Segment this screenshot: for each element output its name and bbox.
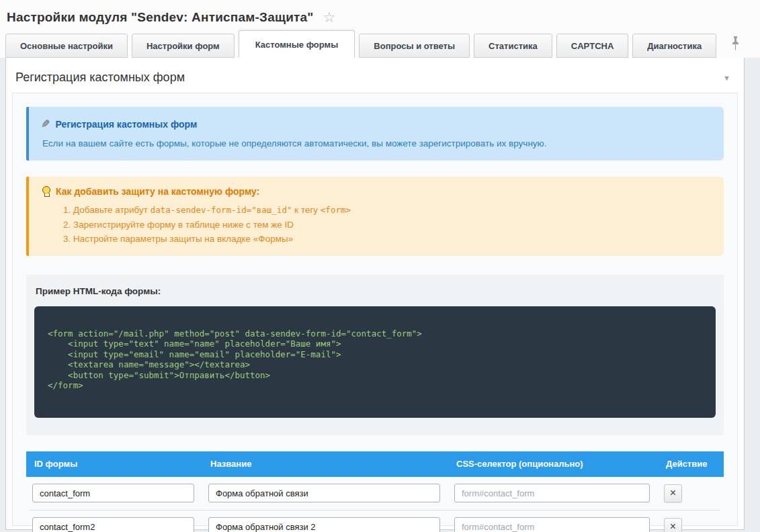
tip-step-3: Настройте параметры защиты на вкладке «Ф… — [73, 232, 710, 247]
tip-steps-list: Добавьте атрибут data-sendev-form-id="ва… — [42, 203, 710, 247]
section-header: Регистрация кастомных форм ▼ — [6, 58, 744, 93]
table-row: × — [26, 477, 724, 510]
form-name-input[interactable] — [208, 517, 440, 532]
code-block: <form action="/mail.php" method="post" d… — [34, 306, 716, 418]
css-selector-input[interactable] — [454, 484, 650, 502]
tab-faq[interactable]: Вопросы и ответы — [359, 34, 470, 58]
form-id-input[interactable] — [32, 517, 194, 532]
section-title: Регистрация кастомных форм — [15, 71, 185, 85]
column-header-action: Действие — [658, 459, 724, 469]
example-label: Пример HTML-кода формы: — [34, 286, 716, 296]
form-name-input[interactable] — [208, 484, 440, 502]
favorite-star-icon[interactable]: ☆ — [323, 10, 336, 24]
tab-form-settings[interactable]: Настройки форм — [132, 34, 235, 58]
example-section: Пример HTML-кода формы: <form action="/m… — [26, 275, 724, 435]
page-header: Настройки модуля "Sendev: Антиспам-Защит… — [0, 0, 760, 58]
tab-bar: Основные настройки Настройки форм Кастом… — [0, 30, 760, 58]
column-header-form-id: ID формы — [26, 459, 202, 469]
settings-panel: ✎ Регистрация кастомных форм Если на ваш… — [12, 93, 738, 526]
css-selector-input[interactable] — [454, 517, 650, 532]
tab-custom-forms[interactable]: Кастомные формы — [239, 30, 355, 58]
tab-captcha[interactable]: CAPTCHA — [556, 34, 629, 58]
delete-row-button[interactable]: × — [664, 518, 682, 532]
pin-icon[interactable] — [731, 36, 740, 54]
pencil-icon: ✎ — [41, 118, 50, 130]
inline-code: data-sendev-form-id="ваш_id" — [151, 205, 292, 215]
tab-main-settings[interactable]: Основные настройки — [5, 34, 128, 58]
tab-content-panel: Регистрация кастомных форм ▼ ✎ Регистрац… — [5, 57, 745, 530]
tab-statistics[interactable]: Статистика — [474, 34, 552, 58]
tip-box: Как добавить защиту на кастомную форму: … — [26, 177, 724, 256]
tip-step-2: Зарегистрируйте форму в таблице ниже с т… — [73, 218, 710, 232]
column-header-name: Название — [202, 459, 448, 469]
info-box-title: ✎ Регистрация кастомных форм — [42, 118, 710, 130]
tab-diagnostics[interactable]: Диагностика — [632, 34, 716, 58]
lightbulb-icon — [42, 186, 50, 197]
collapse-arrow-icon[interactable]: ▼ — [723, 74, 734, 82]
tip-step-1: Добавьте атрибут data-sendev-form-id="ва… — [73, 203, 710, 218]
info-box: ✎ Регистрация кастомных форм Если на ваш… — [26, 107, 724, 161]
delete-row-button[interactable]: × — [664, 484, 682, 502]
column-header-selector: CSS-селектор (опционально) — [448, 459, 658, 469]
inline-code: <form> — [321, 205, 351, 215]
page-title: Настройки модуля "Sendev: Антиспам-Защит… — [7, 10, 314, 25]
tip-box-title-text: Как добавить защиту на кастомную форму: — [56, 186, 259, 197]
info-box-title-text: Регистрация кастомных форм — [55, 119, 197, 130]
tip-box-title: Как добавить защиту на кастомную форму: — [42, 186, 710, 197]
table-header-row: ID формы Название CSS-селектор (опционал… — [26, 451, 724, 477]
custom-forms-table: ID формы Название CSS-селектор (опционал… — [26, 451, 724, 532]
form-id-input[interactable] — [32, 484, 194, 502]
table-row: × — [26, 511, 724, 532]
info-box-text: Если на вашем сайте есть формы, которые … — [42, 138, 710, 148]
